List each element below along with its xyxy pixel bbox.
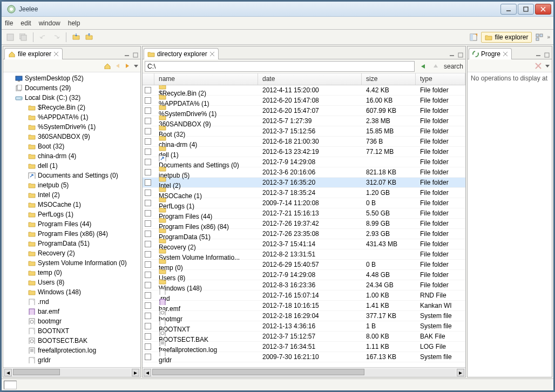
tree-item[interactable]: Windows (148) [3, 287, 140, 297]
col-size[interactable]: size [362, 73, 416, 85]
minimize-button[interactable] [500, 4, 517, 15]
col-date[interactable]: date [258, 73, 362, 85]
row-checkbox[interactable] [145, 169, 151, 175]
tree-body[interactable]: SystemDesktop (52) Documents (29) Local … [3, 72, 140, 367]
row-checkbox[interactable] [145, 148, 151, 155]
row-checkbox[interactable] [145, 272, 151, 278]
row-checkbox[interactable] [145, 220, 151, 227]
tree-item[interactable]: Boot (32) [3, 141, 140, 151]
forward-icon[interactable] [124, 63, 131, 69]
row-checkbox[interactable] [145, 261, 151, 268]
row-checkbox[interactable] [145, 179, 151, 186]
col-name[interactable]: name [154, 73, 258, 85]
chevron-right-icon[interactable]: » [547, 34, 550, 40]
tree-item[interactable]: Recovery (2) [3, 248, 140, 258]
menu-file[interactable]: file [5, 19, 13, 27]
titlebar[interactable]: Jeelee [2, 2, 553, 17]
tree-item[interactable]: temp (0) [3, 268, 140, 278]
import-icon[interactable] [71, 32, 82, 43]
row-checkbox[interactable] [145, 302, 151, 309]
tree-item[interactable]: Intel (2) [3, 190, 140, 200]
tree-item[interactable]: $Recycle.Bin (2) [3, 103, 140, 112]
row-checkbox[interactable] [145, 190, 151, 196]
home-icon[interactable] [104, 63, 111, 69]
tree-item[interactable]: Program Files (x86) (84) [3, 229, 140, 239]
row-checkbox[interactable] [145, 251, 151, 258]
tree-item[interactable]: inetpub (5) [3, 180, 140, 190]
back-icon[interactable] [418, 62, 428, 71]
tree-item[interactable]: freefallprotection.log [3, 346, 140, 355]
open-perspective-icon[interactable]: + [468, 32, 479, 43]
row-checkbox[interactable] [145, 159, 151, 165]
row-checkbox[interactable] [145, 200, 151, 206]
menu-help[interactable]: help [68, 19, 80, 27]
search-link[interactable]: search [444, 63, 463, 70]
row-checkbox[interactable] [145, 128, 151, 134]
tree-item[interactable]: System Volume Information (0) [3, 258, 140, 268]
row-checkbox[interactable] [145, 210, 151, 217]
horizontal-scrollbar[interactable]: ◂ ▸ [143, 367, 465, 377]
menu-edit[interactable]: edit [21, 19, 31, 27]
tree-item[interactable]: Program Files (44) [3, 219, 140, 229]
close-button[interactable] [535, 4, 551, 15]
perspective-button[interactable]: file explorer [481, 32, 532, 43]
redo-icon[interactable] [51, 32, 62, 43]
tree-item[interactable]: Users (8) [3, 278, 140, 287]
scroll-right-icon[interactable]: ▸ [132, 369, 139, 376]
tree-item[interactable]: grldr [3, 355, 140, 365]
tree-item[interactable]: %SystemDrive% (1) [3, 122, 140, 132]
row-checkbox[interactable] [145, 231, 151, 237]
maximize-pane-icon[interactable] [457, 51, 464, 59]
tab-directory-explorer[interactable]: directory explorer [144, 48, 219, 59]
maximize-pane-icon[interactable] [543, 51, 551, 59]
row-checkbox[interactable] [145, 292, 151, 299]
row-checkbox[interactable] [145, 97, 151, 104]
tree-item[interactable]: dell (1) [3, 161, 140, 171]
up-icon[interactable] [431, 62, 441, 71]
row-checkbox[interactable] [145, 282, 151, 288]
save-icon[interactable] [5, 32, 16, 43]
tree-item[interactable]: SystemDesktop (52) [3, 73, 140, 83]
col-checkbox[interactable] [143, 73, 154, 85]
close-tab-icon[interactable] [53, 51, 59, 57]
col-type[interactable]: type [416, 73, 465, 85]
tab-file-explorer[interactable]: file explorer [4, 48, 63, 59]
table-row[interactable]: grldr 2009-7-30 16:21:10 167.13 KB Syste… [143, 352, 465, 362]
show-views-icon[interactable] [534, 32, 545, 43]
row-checkbox[interactable] [145, 138, 151, 145]
tree-item[interactable]: bar.emf [3, 307, 140, 316]
save-all-icon[interactable] [18, 32, 29, 43]
tab-progress[interactable]: Progre [469, 48, 512, 59]
minimize-pane-icon[interactable] [448, 51, 456, 59]
remove-all-icon[interactable] [534, 62, 542, 70]
close-tab-icon[interactable] [503, 51, 508, 57]
row-checkbox[interactable] [145, 354, 151, 360]
tree-item[interactable]: BOOTSECT.BAK [3, 336, 140, 346]
row-checkbox[interactable] [145, 87, 151, 93]
table-body[interactable]: $Recycle.Bin (2) 2012-4-11 15:20:00 4.42… [143, 85, 465, 367]
tree-item[interactable]: PerfLogs (1) [3, 209, 140, 219]
row-checkbox[interactable] [145, 107, 151, 114]
tree-item[interactable]: Documents (29) [3, 83, 140, 93]
tree-item[interactable]: china-drm (4) [3, 151, 140, 161]
menu-window[interactable]: window [39, 19, 60, 27]
tree-item[interactable]: %APPDATA% (1) [3, 112, 140, 122]
tree-item[interactable]: 360SANDBOX (9) [3, 132, 140, 141]
minimize-pane-icon[interactable] [123, 51, 131, 59]
view-menu-icon[interactable] [134, 64, 138, 68]
scroll-left-icon[interactable]: ◂ [144, 369, 151, 376]
tree-item[interactable]: Documents and Settings (0) [3, 171, 140, 180]
row-checkbox[interactable] [145, 343, 151, 350]
view-menu-icon[interactable] [545, 64, 550, 68]
scroll-left-icon[interactable]: ◂ [4, 369, 12, 376]
horizontal-scrollbar[interactable]: ◂ ▸ [3, 367, 140, 377]
row-checkbox[interactable] [145, 313, 151, 319]
row-checkbox[interactable] [145, 333, 151, 340]
row-checkbox[interactable] [145, 241, 151, 247]
tree-item[interactable]: bootmgr [3, 316, 140, 326]
scroll-right-icon[interactable]: ▸ [457, 369, 464, 376]
maximize-button[interactable] [518, 4, 534, 15]
tree-item[interactable]: Local Disk (C:) (32) [3, 93, 140, 103]
back-icon[interactable] [114, 63, 121, 69]
minimize-pane-icon[interactable] [534, 51, 542, 59]
